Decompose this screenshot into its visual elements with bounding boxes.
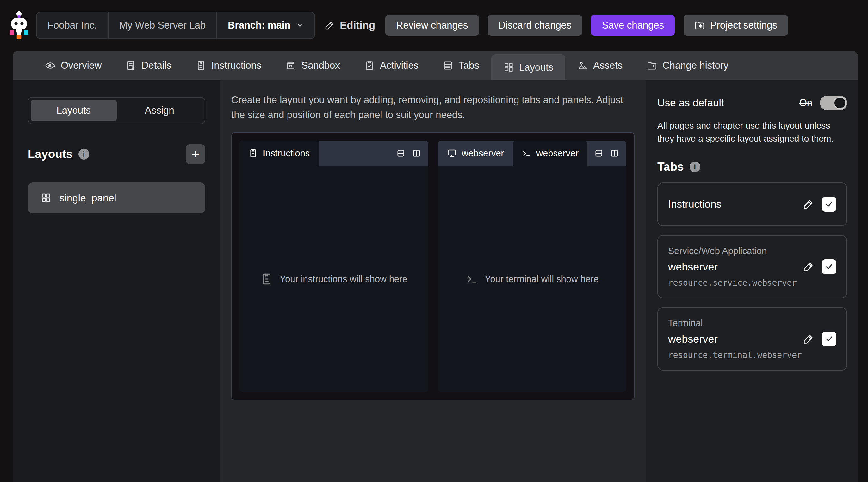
editing-indicator: Editing	[324, 19, 375, 31]
tab-label: Tabs	[458, 60, 479, 71]
project-settings-label: Project settings	[710, 20, 777, 31]
layout-grid-icon	[40, 193, 51, 203]
tab-label: Assets	[593, 60, 623, 71]
tabs-heading: Tabs	[657, 160, 684, 174]
info-icon[interactable]: i	[79, 149, 89, 160]
sidebar-segmented-control: Layouts Assign	[28, 97, 205, 124]
pencil-icon[interactable]	[803, 199, 814, 210]
tab-card-text: Instructions	[668, 198, 797, 210]
info-icon[interactable]: i	[690, 162, 700, 172]
panel-tab-webserver-service[interactable]: webserver	[438, 141, 513, 166]
split-vertical-icon[interactable]	[412, 148, 421, 158]
panel-tab-label: webserver	[462, 148, 504, 159]
split-horizontal-icon[interactable]	[594, 148, 603, 158]
robot-logo-icon	[9, 11, 29, 39]
terminal-icon	[522, 148, 531, 158]
top-header: Foobar Inc. My Web Server Lab Branch: ma…	[0, 0, 868, 51]
layouts-heading: Layouts	[28, 148, 73, 161]
tab-label: Details	[142, 60, 172, 71]
panel-split-controls	[396, 141, 428, 166]
tab-sandbox[interactable]: Sandbox	[273, 51, 352, 80]
branch-label: Branch: main	[228, 20, 290, 31]
preview-panel-instructions: Instructions Your instructions will show…	[240, 141, 428, 392]
tab-card-text: Service/Web Application webserver resour…	[668, 246, 797, 288]
tab-instructions[interactable]: Instructions	[183, 51, 274, 80]
table-icon	[442, 60, 453, 71]
layouts-header: Layouts i +	[28, 144, 205, 164]
chevron-down-icon	[296, 22, 304, 29]
discard-changes-button[interactable]: Discard changes	[488, 15, 582, 36]
tab-label: Activities	[380, 60, 418, 71]
tab-card-resource: resource.service.webserver	[668, 278, 797, 288]
panel-placeholder-text: Your instructions will show here	[280, 274, 407, 284]
box-icon	[285, 60, 296, 71]
breadcrumb: Foobar Inc. My Web Server Lab Branch: ma…	[36, 12, 315, 39]
tab-layouts[interactable]: Layouts	[491, 54, 566, 80]
monitor-icon	[447, 148, 457, 158]
use-as-default-state: On	[799, 97, 812, 109]
document-gear-icon	[126, 60, 136, 71]
panel-placeholder: Your terminal will show here	[438, 166, 627, 392]
tab-card-resource: resource.terminal.webserver	[668, 350, 797, 360]
layout-grid-icon	[503, 62, 514, 73]
tab-visible-checkbox[interactable]	[822, 332, 836, 346]
panel-placeholder-text: Your terminal will show here	[485, 274, 599, 284]
use-as-default-row: Use as default On	[657, 96, 847, 110]
image-icon	[577, 60, 588, 71]
review-changes-button[interactable]: Review changes	[385, 15, 478, 36]
tab-card-service-webserver: Service/Web Application webserver resour…	[657, 235, 847, 298]
branch-selector[interactable]: Branch: main	[217, 12, 314, 38]
panel-split-controls	[594, 141, 626, 166]
check-icon	[824, 262, 834, 272]
check-icon	[824, 334, 834, 344]
instructions-icon	[248, 148, 258, 158]
toggle-knob	[834, 96, 846, 109]
panel-tab-label: webserver	[536, 148, 579, 159]
tab-visible-checkbox[interactable]	[822, 197, 836, 211]
breadcrumb-project[interactable]: My Web Server Lab	[108, 12, 217, 38]
panel-placeholder: Your instructions will show here	[240, 166, 428, 392]
tab-details[interactable]: Details	[114, 51, 183, 80]
tab-card-actions	[803, 259, 836, 274]
split-horizontal-icon[interactable]	[396, 148, 406, 158]
use-as-default-toggle[interactable]	[820, 96, 847, 110]
layout-list-item-single-panel[interactable]: single_panel	[28, 182, 205, 214]
pencil-icon[interactable]	[803, 261, 814, 272]
tab-visible-checkbox[interactable]	[822, 259, 836, 274]
tab-label: Overview	[61, 60, 101, 71]
use-as-default-label: Use as default	[657, 97, 724, 109]
editor-description: Create the layout you want by adding, re…	[231, 92, 634, 122]
editing-label: Editing	[340, 19, 375, 31]
split-vertical-icon[interactable]	[610, 148, 619, 158]
add-layout-button[interactable]: +	[186, 144, 205, 164]
panel-tab-webserver-terminal[interactable]: webserver	[513, 141, 587, 166]
main-tabstrip: Overview Details Instructions Sandbox Ac…	[13, 51, 858, 80]
tab-change-history[interactable]: Change history	[634, 51, 741, 80]
tab-card-kind: Terminal	[668, 318, 797, 329]
preview-panel-webserver: webserver webserver Your term	[438, 141, 627, 392]
layouts-sidebar: Layouts Assign Layouts i + single_panel	[13, 80, 220, 482]
tab-overview[interactable]: Overview	[33, 51, 114, 80]
tab-card-actions	[803, 332, 836, 346]
save-changes-button[interactable]: Save changes	[591, 15, 674, 36]
segment-layouts[interactable]: Layouts	[31, 100, 117, 121]
segment-assign[interactable]: Assign	[117, 100, 203, 121]
tab-activities[interactable]: Activities	[352, 51, 431, 80]
tab-label: Change history	[662, 60, 728, 71]
pencil-icon[interactable]	[803, 333, 814, 345]
tab-assets[interactable]: Assets	[565, 51, 634, 80]
tab-card-instructions: Instructions	[657, 182, 847, 226]
tab-tabs[interactable]: Tabs	[431, 51, 491, 80]
tab-card-actions	[803, 197, 836, 211]
instructions-icon	[260, 272, 273, 286]
layout-editor: Create the layout you want by adding, re…	[220, 80, 646, 482]
tab-card-name: webserver	[668, 333, 797, 345]
use-as-default-note: All pages and chapter use this layout un…	[657, 119, 847, 145]
pencil-icon	[324, 20, 335, 30]
panel-tab-instructions[interactable]: Instructions	[240, 141, 318, 166]
panel-tabstrip: webserver webserver	[438, 141, 627, 166]
breadcrumb-org[interactable]: Foobar Inc.	[37, 12, 108, 38]
project-settings-button[interactable]: Project settings	[684, 15, 788, 36]
clipboard-icon	[195, 60, 206, 71]
tab-card-text: Terminal webserver resource.terminal.web…	[668, 318, 797, 360]
